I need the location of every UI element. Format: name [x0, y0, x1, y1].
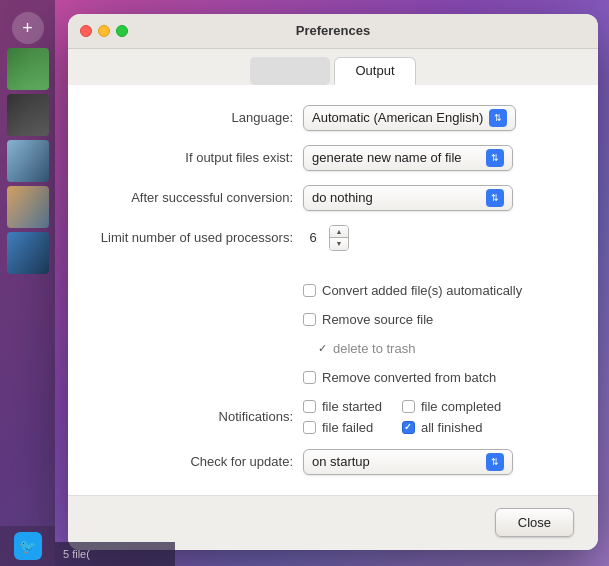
notifications-label: Notifications: [98, 409, 293, 424]
sidebar-bottom: 🐦 [0, 526, 55, 566]
thumbnail-1 [7, 48, 49, 90]
check-update-select[interactable]: on startup ⇅ [303, 449, 513, 475]
notifications-row: Notifications: file started file complet… [98, 399, 568, 435]
window-title: Preferences [296, 23, 370, 38]
language-value: Automatic (American English) [312, 110, 483, 125]
delete-trash-label: delete to trash [333, 341, 415, 356]
preferences-window: Preferences Output Language: Automatic (… [68, 14, 598, 550]
thumbnail-4 [7, 186, 49, 228]
stepper-down-button[interactable]: ▼ [330, 238, 348, 250]
notif-started-item: file started [303, 399, 382, 414]
convert-auto-checkbox[interactable] [303, 284, 316, 297]
notif-started-checkbox[interactable] [303, 400, 316, 413]
notif-started-label: file started [322, 399, 382, 414]
notifications-grid: file started file completed file failed … [303, 399, 501, 435]
output-files-select[interactable]: generate new name of file ⇅ [303, 145, 513, 171]
twitter-icon[interactable]: 🐦 [14, 532, 42, 560]
limit-processors-label: Limit number of used processors: [98, 230, 293, 245]
language-row: Language: Automatic (American English) ⇅ [98, 105, 568, 131]
notif-finished-label: all finished [421, 420, 482, 435]
status-text: 5 file( [63, 548, 90, 560]
check-update-arrow-icon: ⇅ [486, 453, 504, 471]
sidebar-status: 5 file( [55, 542, 175, 566]
titlebar: Preferences [68, 14, 598, 49]
traffic-lights [80, 25, 128, 37]
content-area: Language: Automatic (American English) ⇅… [68, 85, 598, 495]
check-update-value: on startup [312, 454, 480, 469]
thumbnail-2 [7, 94, 49, 136]
remove-converted-label: Remove converted from batch [322, 370, 496, 385]
checkmark-icon: ✓ [318, 342, 327, 355]
close-button[interactable]: Close [495, 508, 574, 537]
after-conversion-label: After successful conversion: [98, 190, 293, 205]
remove-converted-row: Remove converted from batch [98, 370, 568, 385]
notif-completed-item: file completed [402, 399, 501, 414]
close-traffic-light[interactable] [80, 25, 92, 37]
thumbnail-3 [7, 140, 49, 182]
after-conversion-select[interactable]: do nothing ⇅ [303, 185, 513, 211]
convert-auto-label: Convert added file(s) automatically [322, 283, 522, 298]
remove-source-label: Remove source file [322, 312, 433, 327]
output-files-label: If output files exist: [98, 150, 293, 165]
notif-completed-checkbox[interactable] [402, 400, 415, 413]
notif-failed-item: file failed [303, 420, 382, 435]
add-button[interactable]: + [12, 12, 44, 44]
remove-source-row: Remove source file [98, 312, 568, 327]
maximize-traffic-light[interactable] [116, 25, 128, 37]
after-conversion-row: After successful conversion: do nothing … [98, 185, 568, 211]
sidebar: + [0, 0, 55, 566]
stepper-up-button[interactable]: ▲ [330, 226, 348, 238]
notif-finished-checkbox[interactable] [402, 421, 415, 434]
language-arrow-icon: ⇅ [489, 109, 507, 127]
output-files-row: If output files exist: generate new name… [98, 145, 568, 171]
check-update-control: on startup ⇅ [303, 449, 568, 475]
tab-output[interactable]: Output [334, 57, 415, 85]
stepper-buttons: ▲ ▼ [329, 225, 349, 251]
after-conversion-control: do nothing ⇅ [303, 185, 568, 211]
notif-finished-item: all finished [402, 420, 501, 435]
minimize-traffic-light[interactable] [98, 25, 110, 37]
language-select[interactable]: Automatic (American English) ⇅ [303, 105, 516, 131]
convert-auto-row: Convert added file(s) automatically [98, 283, 568, 298]
after-conversion-value: do nothing [312, 190, 480, 205]
check-update-label: Check for update: [98, 454, 293, 469]
tab-bar: Output [68, 49, 598, 85]
processor-stepper: 6 ▲ ▼ [303, 225, 349, 251]
after-conversion-arrow-icon: ⇅ [486, 189, 504, 207]
processor-count: 6 [303, 230, 323, 245]
language-label: Language: [98, 110, 293, 125]
output-files-arrow-icon: ⇅ [486, 149, 504, 167]
language-control: Automatic (American English) ⇅ [303, 105, 568, 131]
output-files-control: generate new name of file ⇅ [303, 145, 568, 171]
thumbnail-5 [7, 232, 49, 274]
delete-trash-row: ✓ delete to trash [98, 341, 568, 356]
limit-processors-row: Limit number of used processors: 6 ▲ ▼ [98, 225, 568, 251]
notif-failed-label: file failed [322, 420, 373, 435]
check-update-row: Check for update: on startup ⇅ [98, 449, 568, 475]
remove-converted-checkbox[interactable] [303, 371, 316, 384]
output-files-value: generate new name of file [312, 150, 480, 165]
tab-output-label: Output [355, 63, 394, 78]
remove-source-checkbox[interactable] [303, 313, 316, 326]
close-button-label: Close [518, 515, 551, 530]
limit-processors-control: 6 ▲ ▼ [303, 225, 568, 251]
notif-completed-label: file completed [421, 399, 501, 414]
tab-placeholder [250, 57, 330, 85]
notif-failed-checkbox[interactable] [303, 421, 316, 434]
